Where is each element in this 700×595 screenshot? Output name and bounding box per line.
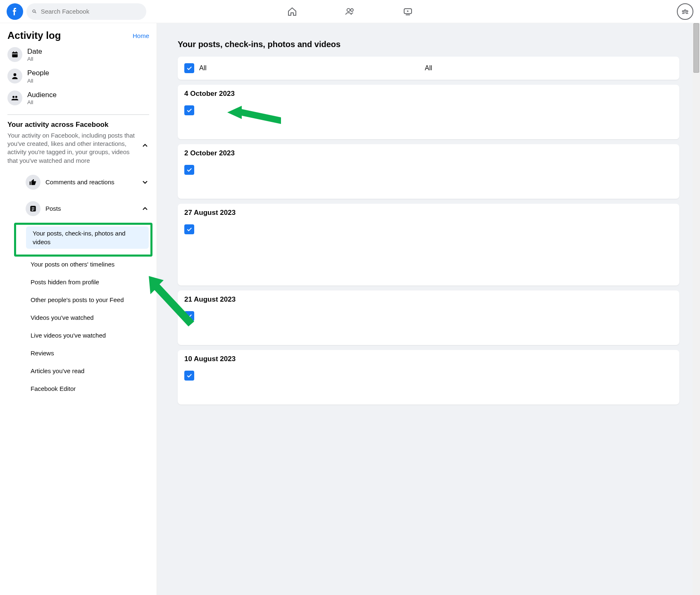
check-icon bbox=[186, 107, 193, 114]
friends-icon bbox=[345, 6, 355, 17]
entry-body bbox=[184, 105, 673, 132]
nav-posts-label: Posts bbox=[45, 205, 136, 212]
sidebar-title: Activity log bbox=[7, 30, 61, 41]
filter-audience-sub: All bbox=[27, 99, 57, 105]
entry-date: 10 August 2023 bbox=[184, 355, 673, 363]
chevron-up-icon[interactable] bbox=[141, 141, 149, 150]
svg-point-7 bbox=[14, 74, 17, 76]
entry-body bbox=[184, 311, 673, 338]
entry-body bbox=[184, 224, 673, 278]
entry-checkbox[interactable] bbox=[184, 105, 194, 115]
nav-groups[interactable] bbox=[677, 3, 693, 20]
check-icon bbox=[186, 226, 193, 233]
check-icon bbox=[186, 65, 193, 71]
filter-audience[interactable]: Audience All bbox=[6, 87, 151, 109]
nav-comments-label: Comments and reactions bbox=[45, 178, 136, 186]
all-label-center: All bbox=[425, 64, 432, 72]
top-bar bbox=[0, 0, 700, 23]
filter-date-sub: All bbox=[27, 56, 42, 62]
nav-home[interactable] bbox=[282, 1, 302, 22]
entry-checkbox[interactable] bbox=[184, 371, 194, 381]
activity-section-title: Your activity across Facebook bbox=[7, 121, 136, 129]
sub-other-peoples-posts[interactable]: Other people's posts to your Feed bbox=[24, 293, 151, 307]
check-icon bbox=[186, 313, 193, 319]
entry-checkbox[interactable] bbox=[184, 224, 194, 234]
entry-date: 21 August 2023 bbox=[184, 295, 673, 304]
top-navigation bbox=[282, 0, 418, 23]
nav-posts[interactable]: Posts bbox=[16, 199, 151, 219]
check-icon bbox=[186, 167, 193, 173]
sub-your-posts[interactable]: Your posts, check-ins, photos and videos bbox=[26, 226, 149, 249]
sub-videos-watched[interactable]: Videos you've watched bbox=[24, 311, 151, 324]
posts-icon bbox=[26, 201, 40, 216]
main-content: Your posts, check-ins, photos and videos… bbox=[157, 23, 700, 595]
page-title: Your posts, check-ins, photos and videos bbox=[178, 40, 679, 49]
sidebar: Activity log Home Date All People All bbox=[0, 23, 157, 595]
search-icon bbox=[31, 8, 38, 15]
sub-articles[interactable]: Articles you've read bbox=[24, 364, 151, 378]
divider bbox=[7, 114, 149, 115]
entry-card: 21 August 2023 bbox=[178, 290, 679, 345]
filter-date[interactable]: Date All bbox=[6, 44, 151, 65]
sub-posts-others[interactable]: Your posts on others' timelines bbox=[24, 257, 151, 271]
entry-date: 2 October 2023 bbox=[184, 149, 673, 157]
chevron-up-icon[interactable] bbox=[141, 205, 149, 213]
entry-date: 4 October 2023 bbox=[184, 90, 673, 98]
check-icon bbox=[186, 372, 193, 379]
entry-checkbox[interactable] bbox=[184, 311, 194, 321]
filter-date-title: Date bbox=[27, 47, 42, 56]
sub-live-videos[interactable]: Live videos you've watched bbox=[24, 328, 151, 342]
svg-rect-6 bbox=[12, 52, 17, 57]
entry-checkbox[interactable] bbox=[184, 165, 194, 175]
entry-card: 4 October 2023 bbox=[178, 85, 679, 139]
facebook-logo[interactable] bbox=[7, 3, 23, 20]
nav-friends[interactable] bbox=[340, 1, 360, 22]
svg-point-4 bbox=[682, 10, 683, 12]
svg-point-1 bbox=[350, 9, 353, 12]
entry-card: 10 August 2023 bbox=[178, 350, 679, 405]
filter-audience-title: Audience bbox=[27, 90, 57, 99]
chevron-down-icon[interactable] bbox=[141, 178, 149, 186]
sub-facebook-editor[interactable]: Facebook Editor bbox=[24, 382, 151, 395]
home-link[interactable]: Home bbox=[133, 32, 149, 39]
groups-icon bbox=[681, 7, 689, 16]
sidebar-header: Activity log Home bbox=[6, 26, 151, 44]
entry-body bbox=[184, 371, 673, 397]
annotation-box: Your posts, check-ins, photos and videos bbox=[14, 223, 152, 257]
entry-card: 27 August 2023 bbox=[178, 204, 679, 286]
search-field[interactable] bbox=[26, 3, 146, 20]
sub-hidden-posts[interactable]: Posts hidden from profile bbox=[24, 275, 151, 289]
filter-people-sub: All bbox=[27, 78, 49, 84]
entry-card: 2 October 2023 bbox=[178, 144, 679, 199]
video-icon bbox=[402, 6, 413, 17]
svg-point-8 bbox=[12, 96, 14, 98]
nav-watch[interactable] bbox=[398, 1, 418, 22]
all-label-left: All bbox=[199, 64, 207, 72]
search-input[interactable] bbox=[41, 8, 141, 15]
scrollbar[interactable] bbox=[693, 23, 700, 595]
filter-people[interactable]: People All bbox=[6, 65, 151, 87]
entry-date: 27 August 2023 bbox=[184, 209, 673, 217]
calendar-icon bbox=[7, 47, 22, 62]
thumbs-up-icon bbox=[26, 175, 40, 190]
svg-point-0 bbox=[347, 9, 350, 12]
audience-icon bbox=[7, 90, 22, 105]
checkbox-all[interactable] bbox=[184, 63, 194, 73]
svg-point-9 bbox=[15, 96, 17, 98]
person-icon bbox=[7, 69, 22, 83]
svg-point-5 bbox=[686, 10, 688, 12]
scrollbar-thumb[interactable] bbox=[693, 23, 699, 73]
activity-section[interactable]: Your activity across Facebook Your activ… bbox=[6, 121, 151, 165]
nav-comments-reactions[interactable]: Comments and reactions bbox=[16, 172, 151, 192]
filter-people-title: People bbox=[27, 69, 49, 77]
entry-body bbox=[184, 165, 673, 191]
activity-section-desc: Your activity on Facebook, including pos… bbox=[7, 131, 136, 165]
posts-sublist: Your posts, check-ins, photos and videos… bbox=[6, 223, 151, 395]
home-icon bbox=[287, 6, 298, 17]
select-all-card: All All bbox=[178, 57, 679, 80]
sub-reviews[interactable]: Reviews bbox=[24, 346, 151, 360]
svg-point-3 bbox=[684, 10, 686, 11]
